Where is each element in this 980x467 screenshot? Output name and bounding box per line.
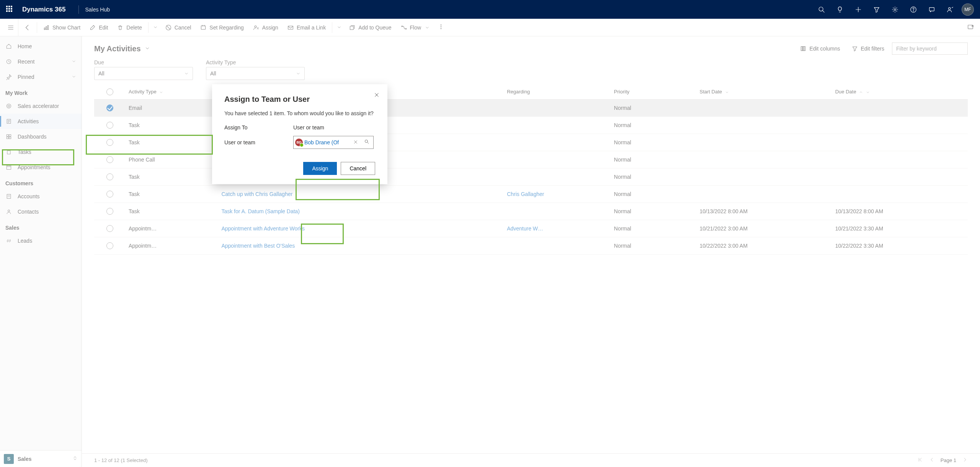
user-chip-text[interactable]: Bob Drane (Of [304,139,350,145]
filter-icon[interactable] [867,0,886,19]
dialog-title: Assign to Team or User [224,95,375,104]
user-avatar-chip: BD [295,139,303,146]
assign-to-label: Assign To [224,124,293,131]
search-icon[interactable] [812,0,831,19]
dim-overlay [0,19,82,467]
help-icon[interactable] [904,0,923,19]
user-assist-icon[interactable] [941,0,959,19]
assign-to-value[interactable]: User or team [293,124,324,131]
svg-point-36 [365,140,368,143]
global-top-bar: Dynamics 365 Sales Hub MF [0,0,980,19]
search-icon[interactable] [362,139,372,145]
assign-dialog: Assign to Team or User You have selected… [212,84,387,184]
dialog-description: You have selected 1 item. To whom would … [224,110,375,118]
lightbulb-icon[interactable] [831,0,849,19]
user-avatar[interactable]: MF [962,3,974,16]
gear-icon[interactable] [886,0,904,19]
cancel-dialog-button[interactable]: Cancel [341,162,375,175]
svg-point-3 [913,11,913,11]
svg-rect-4 [929,7,934,11]
vertical-divider [78,5,79,14]
user-team-label: User or team [224,139,293,145]
svg-point-5 [949,7,951,9]
close-icon[interactable] [371,90,382,100]
chat-icon[interactable] [923,0,941,19]
clear-icon[interactable] [351,139,360,145]
plus-icon[interactable] [849,0,867,19]
user-team-lookup[interactable]: BD Bob Drane (Of [293,136,374,149]
dim-overlay [82,19,980,36]
svg-point-1 [894,8,896,10]
assign-confirm-button[interactable]: Assign [303,162,337,175]
hub-label[interactable]: Sales Hub [85,7,110,13]
app-launcher-icon[interactable] [6,6,14,13]
brand-label: Dynamics 365 [22,6,65,13]
